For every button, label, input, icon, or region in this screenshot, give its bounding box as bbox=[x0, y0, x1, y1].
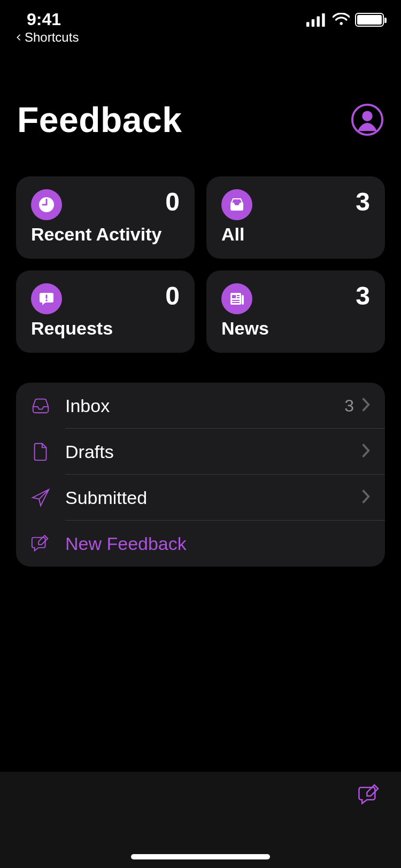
paperplane-icon bbox=[28, 487, 53, 508]
svg-rect-15 bbox=[237, 297, 240, 298]
newspaper-icon bbox=[221, 283, 252, 314]
chevron-left-icon bbox=[15, 34, 22, 41]
exclamation-bubble-icon bbox=[31, 283, 62, 314]
svg-point-5 bbox=[362, 111, 372, 121]
page-header: Feedback bbox=[0, 51, 401, 161]
card-count: 0 bbox=[165, 189, 180, 215]
card-label: Recent Activity bbox=[31, 224, 180, 245]
back-to-app[interactable]: Shortcuts bbox=[15, 30, 79, 45]
clock-icon bbox=[31, 189, 62, 220]
card-count: 3 bbox=[356, 189, 370, 215]
row-label: New Feedback bbox=[65, 533, 371, 554]
summary-cards: 0 Recent Activity 3 All 0 Requests 3 New… bbox=[0, 161, 401, 353]
profile-icon bbox=[351, 103, 384, 136]
row-label: Inbox bbox=[65, 396, 344, 416]
inbox-icon bbox=[28, 396, 53, 416]
page-title: Feedback bbox=[17, 99, 182, 140]
status-time: 9:41 bbox=[27, 10, 61, 29]
card-count: 3 bbox=[356, 283, 370, 309]
chevron-right-icon bbox=[360, 397, 371, 415]
card-label: News bbox=[221, 318, 370, 339]
back-app-label: Shortcuts bbox=[25, 30, 79, 45]
compose-icon bbox=[357, 782, 382, 807]
card-count: 0 bbox=[165, 283, 180, 309]
compose-icon bbox=[28, 533, 53, 554]
row-inbox[interactable]: Inbox 3 bbox=[16, 383, 385, 429]
svg-rect-11 bbox=[232, 295, 236, 298]
row-badge: 3 bbox=[344, 396, 354, 416]
wifi-icon bbox=[333, 13, 350, 27]
card-label: Requests bbox=[31, 318, 180, 339]
chevron-right-icon bbox=[360, 489, 371, 507]
card-all[interactable]: 3 All bbox=[206, 176, 385, 259]
row-new-feedback[interactable]: New Feedback bbox=[16, 521, 385, 567]
compose-button[interactable] bbox=[357, 782, 382, 809]
row-submitted[interactable]: Submitted bbox=[16, 475, 385, 521]
svg-rect-7 bbox=[46, 294, 48, 299]
svg-rect-13 bbox=[232, 302, 240, 303]
home-indicator[interactable] bbox=[131, 854, 270, 859]
card-requests[interactable]: 0 Requests bbox=[16, 270, 195, 353]
svg-rect-2 bbox=[317, 17, 319, 27]
card-recent-activity[interactable]: 0 Recent Activity bbox=[16, 176, 195, 259]
bottom-toolbar bbox=[0, 772, 401, 868]
svg-rect-14 bbox=[237, 295, 240, 296]
svg-point-8 bbox=[45, 299, 48, 301]
status-bar: 9:41 Shortcuts bbox=[0, 0, 401, 51]
card-news[interactable]: 3 News bbox=[206, 270, 385, 353]
profile-button[interactable] bbox=[351, 103, 384, 136]
battery-icon bbox=[355, 13, 384, 27]
document-icon bbox=[28, 441, 53, 462]
svg-rect-10 bbox=[242, 295, 244, 305]
chevron-right-icon bbox=[360, 443, 371, 461]
row-label: Drafts bbox=[65, 441, 360, 462]
status-indicators bbox=[306, 13, 384, 27]
svg-rect-1 bbox=[311, 19, 314, 27]
svg-rect-3 bbox=[322, 13, 325, 27]
svg-rect-0 bbox=[306, 22, 309, 27]
tray-icon bbox=[221, 189, 252, 220]
card-label: All bbox=[221, 224, 370, 245]
feedback-list: Inbox 3 Drafts Submitted New Feedback bbox=[16, 383, 385, 567]
row-label: Submitted bbox=[65, 487, 360, 508]
cellular-icon bbox=[306, 13, 327, 27]
row-drafts[interactable]: Drafts bbox=[16, 429, 385, 475]
svg-rect-12 bbox=[232, 300, 240, 301]
